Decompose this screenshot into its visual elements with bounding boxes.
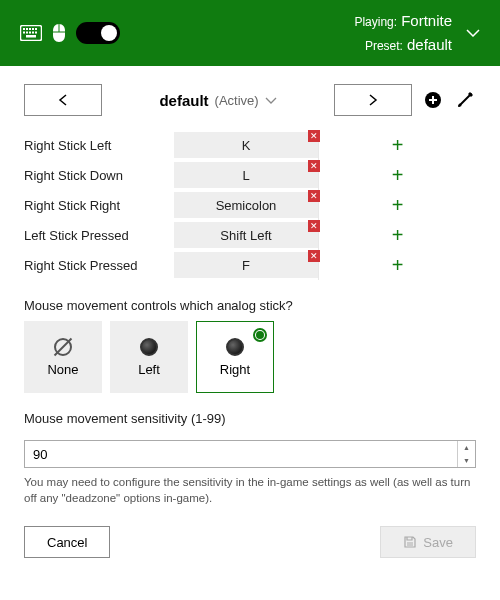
svg-rect-3 <box>29 28 31 30</box>
prev-preset-button[interactable] <box>24 84 102 116</box>
header-left <box>20 22 120 44</box>
svg-rect-11 <box>26 35 36 38</box>
mouse-icon <box>52 23 66 43</box>
sensitivity-hint: You may need to configure the sensitivit… <box>0 468 500 506</box>
svg-rect-7 <box>26 32 28 34</box>
footer: Cancel Save <box>0 506 500 578</box>
app-header: Playing:Fortnite Preset:default <box>0 0 500 66</box>
analog-option-none[interactable]: None <box>24 321 102 393</box>
preset-value: default <box>407 36 452 53</box>
sensitivity-label: Mouse movement sensitivity (1-99) <box>0 393 500 434</box>
keyboard-icon <box>20 25 42 41</box>
save-icon <box>403 535 417 549</box>
binding-row: Right Stick DownL✕+ <box>24 160 476 190</box>
radio-selected-icon <box>253 328 267 342</box>
header-right: Playing:Fortnite Preset:default <box>354 9 480 57</box>
binding-action: Right Stick Left <box>24 138 174 153</box>
binding-action: Right Stick Right <box>24 198 174 213</box>
spinner-down[interactable]: ▼ <box>458 454 475 467</box>
none-icon <box>54 338 72 356</box>
analog-option-label: Left <box>138 362 160 377</box>
binding-row: Right Stick PressedF✕+ <box>24 250 476 280</box>
bindings-list: Right Stick LeftK✕+Right Stick DownL✕+Ri… <box>0 130 500 280</box>
playing-value: Fortnite <box>401 12 452 29</box>
save-label: Save <box>423 535 453 550</box>
binding-key[interactable]: L✕ <box>174 162 318 188</box>
sensitivity-input-wrapper: ▲ ▼ <box>24 440 476 468</box>
binding-action: Left Stick Pressed <box>24 228 174 243</box>
spinner-up[interactable]: ▲ <box>458 441 475 454</box>
analog-options: NoneLeftRight <box>0 321 500 393</box>
remove-binding-button[interactable]: ✕ <box>308 160 320 172</box>
save-button: Save <box>380 526 476 558</box>
remove-binding-button[interactable]: ✕ <box>308 220 320 232</box>
settings-button[interactable] <box>454 89 476 111</box>
svg-rect-1 <box>23 28 25 30</box>
binding-key[interactable]: Semicolon✕ <box>174 192 318 218</box>
preset-bar: default (Active) <box>0 66 500 130</box>
binding-key[interactable]: F✕ <box>174 252 318 278</box>
svg-point-15 <box>459 104 462 107</box>
svg-rect-2 <box>26 28 28 30</box>
svg-rect-4 <box>32 28 34 30</box>
remove-binding-button[interactable]: ✕ <box>308 250 320 262</box>
preset-status: (Active) <box>215 93 259 108</box>
header-info: Playing:Fortnite Preset:default <box>354 9 452 57</box>
svg-rect-5 <box>35 28 37 30</box>
preset-name: default <box>159 92 208 109</box>
add-binding-button[interactable]: + <box>318 160 476 190</box>
analog-option-right[interactable]: Right <box>196 321 274 393</box>
binding-row: Left Stick PressedShift Left✕+ <box>24 220 476 250</box>
binding-key[interactable]: K✕ <box>174 132 318 158</box>
analog-option-label: Right <box>220 362 250 377</box>
analog-question: Mouse movement controls which analog sti… <box>0 280 500 321</box>
sensitivity-spinners: ▲ ▼ <box>457 441 475 467</box>
binding-row: Right Stick RightSemicolon✕+ <box>24 190 476 220</box>
stick-icon <box>226 338 244 356</box>
analog-option-left[interactable]: Left <box>110 321 188 393</box>
remove-binding-button[interactable]: ✕ <box>308 190 320 202</box>
svg-rect-8 <box>29 32 31 34</box>
preset-label: Preset: <box>365 39 403 53</box>
chevron-down-icon[interactable] <box>466 29 480 37</box>
svg-rect-6 <box>23 32 25 34</box>
master-toggle[interactable] <box>76 22 120 44</box>
sensitivity-input[interactable] <box>25 441 457 467</box>
binding-key[interactable]: Shift Left✕ <box>174 222 318 248</box>
binding-action: Right Stick Pressed <box>24 258 174 273</box>
analog-option-label: None <box>47 362 78 377</box>
playing-label: Playing: <box>354 15 397 29</box>
stick-icon <box>140 338 158 356</box>
chevron-down-icon <box>265 97 277 104</box>
add-binding-button[interactable]: + <box>318 190 476 220</box>
add-binding-button[interactable]: + <box>318 130 476 160</box>
binding-row: Right Stick LeftK✕+ <box>24 130 476 160</box>
cancel-button[interactable]: Cancel <box>24 526 110 558</box>
next-preset-button[interactable] <box>334 84 412 116</box>
add-binding-button[interactable]: + <box>318 250 476 280</box>
svg-rect-10 <box>35 32 37 34</box>
svg-rect-9 <box>32 32 34 34</box>
add-preset-button[interactable] <box>422 89 444 111</box>
remove-binding-button[interactable]: ✕ <box>308 130 320 142</box>
add-binding-button[interactable]: + <box>318 220 476 250</box>
preset-selector[interactable]: default (Active) <box>112 92 324 109</box>
binding-action: Right Stick Down <box>24 168 174 183</box>
